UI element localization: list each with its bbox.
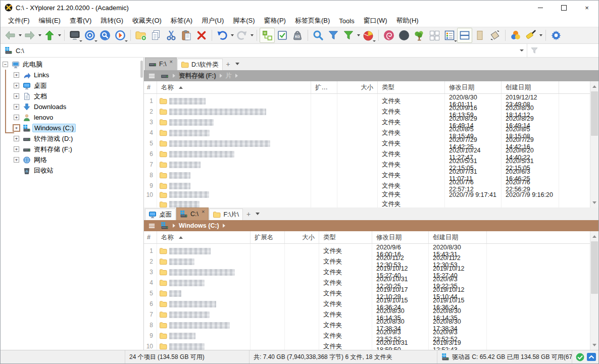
hamburger-icon[interactable]	[148, 72, 156, 80]
scrollbar-thumb[interactable]	[591, 91, 598, 136]
file-row[interactable]: 3文件夹2019/10/12 15:27:402019/10/12 15:27:…	[144, 265, 598, 276]
dark-mode-button[interactable]	[396, 28, 412, 43]
file-row[interactable]: 2文件夹2020/9/16 16:13:592020/8/30 18:14:12	[144, 105, 598, 115]
tiles-view-button[interactable]	[427, 28, 442, 43]
tree-expand-toggle[interactable]: +	[14, 104, 19, 110]
search-button[interactable]	[311, 28, 326, 43]
menu-item-11[interactable]: 窗口(W)	[359, 15, 392, 27]
tab-1[interactable]: C:\×	[176, 207, 209, 220]
column-header-modified[interactable]: 修改日期	[445, 81, 502, 93]
tab-close-icon[interactable]: ×	[202, 208, 205, 215]
column-header-index[interactable]: #	[144, 231, 157, 243]
column-header-name[interactable]: 名称	[157, 231, 251, 243]
menu-item-7[interactable]: 脚本(S)	[228, 15, 259, 27]
file-row[interactable]: 10文件夹2020/10/31 18:59:502019/3/19 12:52:…	[144, 339, 598, 350]
scroll-up-button[interactable]	[590, 82, 598, 90]
column-header-ext[interactable]: 扩…	[311, 81, 337, 93]
tree-expand-toggle[interactable]: +	[14, 115, 19, 120]
filter-button[interactable]	[326, 28, 341, 43]
file-row[interactable]: 6文件夹2019/10/15 16:36:242019/10/15 16:36:…	[144, 297, 598, 307]
address-input[interactable]: C:\	[1, 44, 517, 57]
menu-item-8[interactable]: 窗格(P)	[260, 15, 290, 27]
menu-item-12[interactable]: 帮助(H)	[392, 15, 423, 27]
redo-button[interactable]	[234, 28, 249, 43]
redo-dropdown-button[interactable]	[249, 28, 254, 42]
sidebar-item-downloads[interactable]: +Downloads	[1, 101, 143, 112]
back-button[interactable]	[3, 28, 18, 43]
tree-expand-toggle[interactable]: +	[14, 157, 19, 163]
go-to-button[interactable]	[113, 28, 128, 43]
scrollbar-thumb[interactable]	[591, 241, 598, 294]
delete-button[interactable]	[194, 28, 209, 43]
minimize-button[interactable]	[529, 1, 552, 15]
file-row[interactable]: 9文件夹2020/7/6 22:57:122020/7/6 22:56:29	[144, 179, 598, 189]
sidebar-item--[interactable]: −此电脑	[1, 59, 143, 70]
maximize-button[interactable]	[552, 1, 575, 15]
tab-0[interactable]: 桌面	[145, 209, 176, 220]
cut-button[interactable]	[164, 28, 179, 43]
column-header-type[interactable]: 类型	[319, 231, 372, 243]
column-header-modified[interactable]: 修改日期	[372, 231, 429, 243]
spot-search-button[interactable]	[381, 28, 396, 43]
vertical-scrollbar[interactable]	[590, 81, 598, 207]
vertical-scrollbar[interactable]	[590, 231, 598, 350]
up-button[interactable]	[42, 28, 57, 43]
column-header-name[interactable]: 名称	[157, 81, 311, 93]
new-folder-button[interactable]	[133, 28, 148, 43]
sidebar-item--d-[interactable]: +软件游戏 (D:)	[1, 133, 143, 144]
sidebar-item-windows-c-[interactable]: +Windows (C:)	[1, 123, 143, 133]
statistics-button[interactable]	[361, 28, 376, 43]
forward-dropdown-button[interactable]	[37, 28, 42, 42]
sidebar-item-links[interactable]: +Links	[1, 70, 143, 80]
sidebar-item--[interactable]: +网络	[1, 154, 143, 165]
file-row[interactable]: 10文件夹2020/7/9 9:17:412020/7/9 9:16:20	[144, 189, 598, 200]
menu-item-5[interactable]: 标签(A)	[166, 15, 197, 27]
tree-expand-toggle[interactable]: +	[14, 146, 19, 152]
scroll-down-button[interactable]	[590, 198, 598, 206]
sidebar-item--[interactable]: 回收站	[1, 165, 143, 176]
new-tab-button[interactable]: +	[243, 210, 254, 218]
column-header-created[interactable]: 创建日期	[502, 81, 559, 93]
scroll-up-button[interactable]	[590, 232, 598, 240]
breadcrumb-segment[interactable]: Windows (C:)	[177, 222, 221, 229]
undo-dropdown-button[interactable]	[230, 28, 234, 42]
undo-button[interactable]	[215, 28, 230, 43]
visual-filter-dropdown-button[interactable]	[356, 28, 361, 42]
new-tab-button[interactable]: +	[223, 60, 233, 68]
tree-expand-toggle[interactable]: −	[3, 62, 8, 67]
file-row[interactable]: 1文件夹2020/9/6 16:00:162020/8/30 15:43:31	[144, 244, 598, 254]
file-row[interactable]: 7文件夹2020/8/30 16:14:352020/8/30 16:14:35	[144, 307, 598, 318]
styler-dropdown-button[interactable]	[538, 28, 543, 42]
details-view-button[interactable]	[442, 28, 457, 43]
up-dropdown-button[interactable]	[57, 28, 62, 42]
menu-item-0[interactable]: 文件(F)	[4, 15, 34, 27]
tree-expand-toggle[interactable]: +	[13, 124, 20, 132]
hotlist-button[interactable]	[82, 28, 97, 43]
address-dropdown-button[interactable]	[517, 45, 527, 56]
column-header-index[interactable]: #	[144, 81, 157, 93]
visual-filter-button[interactable]	[341, 28, 356, 43]
tab-0[interactable]: F:\×	[145, 58, 177, 70]
file-row[interactable]: 8文件夹2020/8/30 17:38:342020/8/30 17:38:34	[144, 318, 598, 329]
column-header-size[interactable]: 大小	[337, 81, 378, 93]
column-header-ext[interactable]: 扩展名	[251, 231, 285, 243]
hamburger-icon[interactable]	[148, 222, 156, 230]
file-row[interactable]: 7文件夹2020/5/31 22:15:052020/5/31 22:15:05	[144, 158, 598, 168]
menu-item-9[interactable]: 标签页集(B)	[290, 15, 334, 27]
file-row[interactable]: 5文件夹2019/10/17 12:10:292019/10/12 15:10:…	[144, 286, 598, 297]
tab-list-dropdown-button[interactable]	[233, 63, 241, 65]
close-button[interactable]: ×	[575, 1, 598, 15]
file-row[interactable]: 9文件夹2020/9/3 23:52:522020/9/3 23:52:52	[144, 329, 598, 339]
expand-statusbar-button[interactable]	[587, 353, 596, 361]
sidebar-item--[interactable]: +文档	[1, 91, 143, 101]
menu-item-2[interactable]: 查看(V)	[65, 15, 96, 27]
tab-2[interactable]: F:\片\	[209, 209, 243, 220]
go-desktop-button[interactable]	[67, 28, 82, 43]
menu-item-3[interactable]: 跳转(G)	[96, 15, 128, 27]
styler-button[interactable]	[523, 28, 538, 43]
breadcrumb-segment[interactable]: 片	[224, 72, 234, 80]
filter-input[interactable]	[527, 44, 598, 57]
folder-tree-button[interactable]	[412, 28, 427, 43]
horizontal-panes-button[interactable]	[457, 28, 472, 43]
vertical-panes-button[interactable]	[472, 28, 487, 43]
